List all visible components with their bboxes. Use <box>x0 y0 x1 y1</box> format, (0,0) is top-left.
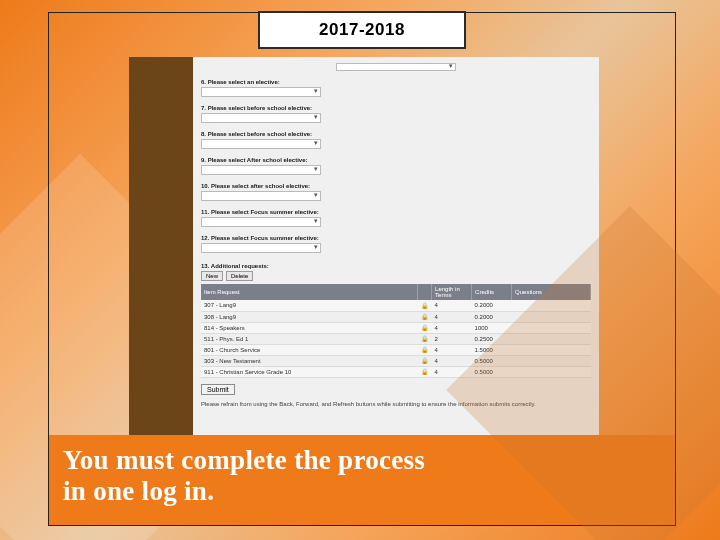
footer-note: Please refrain from using the Back, Forw… <box>201 401 591 407</box>
question-label: Please select before school elective: <box>208 131 312 137</box>
table-row[interactable]: 307 - Lang9🔒40.2000 <box>201 300 591 311</box>
banner-line-2: in one log in. <box>63 476 661 507</box>
screenshot-sidebar <box>129 57 193 439</box>
lock-icon: 🔒 <box>418 322 432 333</box>
cell-length: 4 <box>432 311 472 322</box>
question-num: 8. <box>201 131 206 137</box>
question-num: 10. <box>201 183 209 189</box>
question-select[interactable] <box>201 217 321 227</box>
cell-item: 308 - Lang9 <box>201 311 418 322</box>
question-block: 8. Please select before school elective: <box>201 131 591 149</box>
question-block: 9. Please select After school elective: <box>201 157 591 175</box>
cell-credits: 1.5000 <box>472 344 512 355</box>
cell-item: 303 - New Testament <box>201 355 418 366</box>
lock-icon: 🔒 <box>418 333 432 344</box>
year-title-text: 2017-2018 <box>319 20 405 40</box>
cell-questions <box>512 300 591 311</box>
lock-icon: 🔒 <box>418 311 432 322</box>
delete-button[interactable]: Delete <box>226 271 253 281</box>
question-block: 6. Please select an elective: <box>201 79 591 97</box>
question-block: 7. Please select before school elective: <box>201 105 591 123</box>
cell-item: 307 - Lang9 <box>201 300 418 311</box>
question-num: 6. <box>201 79 206 85</box>
cell-credits: 0.2000 <box>472 311 512 322</box>
question-num: 11. <box>201 209 209 215</box>
cell-length: 4 <box>432 300 472 311</box>
additional-num: 13. <box>201 263 209 269</box>
question-label: Please select after school elective: <box>211 183 310 189</box>
cell-credits: 0.5000 <box>472 355 512 366</box>
table-row[interactable]: 308 - Lang9🔒40.2000 <box>201 311 591 322</box>
table-row[interactable]: 303 - New Testament🔒40.5000 <box>201 355 591 366</box>
cell-questions <box>512 333 591 344</box>
content-frame: 2017-2018 ▾ 6. Please select an elective… <box>48 12 676 526</box>
col-lock <box>418 284 432 300</box>
cell-questions <box>512 366 591 377</box>
embedded-screenshot: ▾ 6. Please select an elective:7. Please… <box>129 57 599 439</box>
banner-line-1: You must complete the process <box>63 445 661 476</box>
additional-requests-section: 13. Additional requests: New Delete Item… <box>201 263 591 407</box>
question-label: Please select an elective: <box>208 79 280 85</box>
select-field-partial[interactable]: ▾ <box>336 63 456 71</box>
cell-questions <box>512 311 591 322</box>
chevron-down-icon: ▾ <box>449 62 453 70</box>
question-block: 10. Please select after school elective: <box>201 183 591 201</box>
question-list: 6. Please select an elective:7. Please s… <box>201 71 591 253</box>
lock-icon: 🔒 <box>418 344 432 355</box>
question-select[interactable] <box>201 165 321 175</box>
table-header-row: Item Request Length in Terms Credits Que… <box>201 284 591 300</box>
cell-length: 4 <box>432 366 472 377</box>
new-button[interactable]: New <box>201 271 223 281</box>
cell-length: 2 <box>432 333 472 344</box>
cell-credits: 0.2000 <box>472 300 512 311</box>
question-label: Please select Focus summer elective: <box>211 235 319 241</box>
question-select[interactable] <box>201 243 321 253</box>
lock-icon: 🔒 <box>418 355 432 366</box>
col-credits: Credits <box>472 284 512 300</box>
cell-item: 911 - Christian Service Grade 10 <box>201 366 418 377</box>
question-num: 12. <box>201 235 209 241</box>
additional-label: Additional requests: <box>211 263 269 269</box>
cell-length: 4 <box>432 322 472 333</box>
cell-length: 4 <box>432 344 472 355</box>
cell-credits: 0.2500 <box>472 333 512 344</box>
cell-questions <box>512 355 591 366</box>
cell-credits: 0.5000 <box>472 366 512 377</box>
cell-item: 511 - Phys. Ed 1 <box>201 333 418 344</box>
cell-questions <box>512 322 591 333</box>
lock-icon: 🔒 <box>418 366 432 377</box>
question-select[interactable] <box>201 113 321 123</box>
cell-credits: 1000 <box>472 322 512 333</box>
cell-length: 4 <box>432 355 472 366</box>
col-questions: Questions <box>512 284 591 300</box>
question-label: Please select Focus summer elective: <box>211 209 319 215</box>
table-row[interactable]: 814 - Speakers🔒41000 <box>201 322 591 333</box>
cell-questions <box>512 344 591 355</box>
table-row[interactable]: 911 - Christian Service Grade 10🔒40.5000 <box>201 366 591 377</box>
cell-item: 801 - Church Service <box>201 344 418 355</box>
question-label: Please select before school elective: <box>208 105 312 111</box>
col-item: Item Request <box>201 284 418 300</box>
slide-background: 2017-2018 ▾ 6. Please select an elective… <box>0 0 720 540</box>
question-select[interactable] <box>201 87 321 97</box>
question-select[interactable] <box>201 191 321 201</box>
requests-table: Item Request Length in Terms Credits Que… <box>201 284 591 378</box>
cell-item: 814 - Speakers <box>201 322 418 333</box>
year-title: 2017-2018 <box>258 11 466 49</box>
lock-icon: 🔒 <box>418 300 432 311</box>
question-select[interactable] <box>201 139 321 149</box>
question-block: 12. Please select Focus summer elective: <box>201 235 591 253</box>
table-row[interactable]: 801 - Church Service🔒41.5000 <box>201 344 591 355</box>
col-length: Length in Terms <box>432 284 472 300</box>
instruction-banner: You must complete the process in one log… <box>49 435 675 525</box>
question-block: 11. Please select Focus summer elective: <box>201 209 591 227</box>
table-row[interactable]: 511 - Phys. Ed 1🔒20.2500 <box>201 333 591 344</box>
question-num: 7. <box>201 105 206 111</box>
screenshot-main: ▾ 6. Please select an elective:7. Please… <box>193 57 599 439</box>
question-label: Please select After school elective: <box>208 157 308 163</box>
submit-button[interactable]: Submit <box>201 384 235 395</box>
question-num: 9. <box>201 157 206 163</box>
